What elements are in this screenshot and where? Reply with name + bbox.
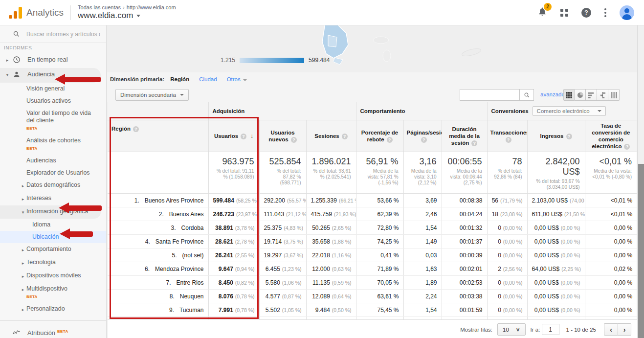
dimension-region-selected[interactable]: Región xyxy=(170,76,189,82)
column-header-usuarios-nuevos[interactable]: Usuarios nuevos xyxy=(259,120,306,152)
help-icon[interactable] xyxy=(506,137,511,143)
conversions-type-select[interactable]: Comercio electrónico xyxy=(533,106,606,116)
sidebar-item-informacion-geografica[interactable]: ▾Información geográfica xyxy=(0,205,101,219)
region-cell[interactable]: 3.Cordoba xyxy=(108,221,208,235)
view-pivot-button[interactable] xyxy=(608,89,620,101)
region-cell[interactable]: 5.(not set) xyxy=(108,248,208,262)
chevron-down-icon[interactable]: ▾ xyxy=(20,209,26,216)
column-header-region[interactable]: Región xyxy=(108,120,208,152)
breadcrumb-property[interactable]: http://www.eldia.com xyxy=(127,4,176,10)
view-comparison-button[interactable] xyxy=(597,89,608,101)
help-icon[interactable] xyxy=(133,126,139,132)
more-options-icon[interactable] xyxy=(604,8,606,17)
ingresos-cell: 0,00 US$(0,00 %) xyxy=(527,235,585,248)
table-search-button[interactable] xyxy=(519,89,534,101)
chevron-right-icon[interactable]: ▸ xyxy=(4,57,11,64)
column-header-tasa[interactable]: Tasa de conversión de comercio electróni… xyxy=(585,120,637,152)
chevron-right-icon[interactable]: ▸ xyxy=(20,247,26,254)
apps-grid-icon[interactable] xyxy=(560,9,568,17)
sidebar-item-en-tiempo-real[interactable]: ▸En tiempo real xyxy=(0,53,106,68)
rebote-cell: 71,89 % xyxy=(356,262,403,276)
data-table-icon xyxy=(566,92,572,98)
sidebar-item-intereses[interactable]: ▸Intereses xyxy=(0,192,106,205)
next-page-button[interactable]: › xyxy=(618,323,631,336)
breadcrumb-accounts[interactable]: Todas las cuentas xyxy=(78,4,121,10)
sidebar-item-audiencias[interactable]: Audiencias xyxy=(0,155,106,167)
sidebar-item-personalizado[interactable]: ▸Personalizado xyxy=(0,303,106,316)
rebote-cell: 62,39 % xyxy=(356,207,403,221)
user-avatar[interactable] xyxy=(620,5,634,20)
help-icon[interactable]: ? xyxy=(581,8,591,18)
help-icon[interactable] xyxy=(387,137,393,143)
region-cell[interactable]: 2.Buenos Aires xyxy=(108,207,208,221)
chevron-right-icon[interactable]: ▸ xyxy=(20,196,26,203)
transacciones-summary-cell: 78% del total: 92,86 % (84) xyxy=(487,152,527,194)
help-icon[interactable] xyxy=(471,140,477,146)
sort-descending-icon[interactable]: ↓ xyxy=(250,133,253,139)
sidebar-item-atribucion[interactable]: AtribuciónBETA xyxy=(0,325,106,338)
sidebar-search[interactable] xyxy=(0,25,106,43)
help-icon[interactable] xyxy=(241,134,246,139)
scrollbar-thumb[interactable] xyxy=(638,164,644,338)
sidebar-item-label: Comportamiento xyxy=(26,246,71,253)
account-selector[interactable]: www.eldia.com xyxy=(78,11,176,21)
sidebar-item-vision-general[interactable]: Visión general xyxy=(0,83,106,95)
column-header-duracion[interactable]: Duración media de la sesión xyxy=(442,120,487,152)
help-icon[interactable] xyxy=(291,137,297,143)
sidebar-item-analisis-de-cohortes[interactable]: Análisis de cohortesBETA xyxy=(0,135,106,155)
column-header-ingresos[interactable]: Ingresos xyxy=(527,120,585,152)
view-percentage-button[interactable] xyxy=(575,89,586,101)
region-cell[interactable]: 9.Tucuman xyxy=(108,303,208,317)
notifications-button[interactable]: 2 xyxy=(537,6,547,19)
sidebar-item-multidispositivo[interactable]: ▸MultidispositivoBETA xyxy=(0,283,106,303)
sidebar-item-audiencia[interactable]: ▾Audiencia xyxy=(0,68,101,83)
prev-page-button[interactable]: ‹ xyxy=(604,323,618,336)
region-cell[interactable]: 8.Neuquen xyxy=(108,290,208,303)
column-header-sesiones[interactable]: Sesiones xyxy=(306,120,356,152)
tasa-cell: 0,00 % xyxy=(585,235,637,248)
column-header-usuarios[interactable]: Usuarios↓ xyxy=(208,120,259,152)
help-icon[interactable] xyxy=(566,134,572,139)
region-cell[interactable]: 7.Entre Rios xyxy=(108,276,208,290)
dimension-city-link[interactable]: Ciudad xyxy=(199,76,217,82)
rows-per-page-select[interactable]: 10 ∨ xyxy=(497,323,526,336)
column-header-transacciones[interactable]: Transacciones xyxy=(487,120,527,152)
sidebar-item-tecnologia[interactable]: ▸Tecnología xyxy=(0,256,106,270)
advanced-filter-link[interactable]: avanzado xyxy=(540,91,565,97)
breadcrumb[interactable]: Todas las cuentas›http://www.eldia.com xyxy=(78,4,176,10)
view-data-table-button[interactable] xyxy=(563,89,575,101)
sidebar-item-explorador-de-usuarios[interactable]: Explorador de Usuarios xyxy=(0,167,106,179)
app-header: Analytics Todas las cuentas›http://www.e… xyxy=(0,0,644,25)
region-cell[interactable]: 1.Buenos Aires Province xyxy=(108,194,208,207)
analytics-logo-icon[interactable] xyxy=(9,7,22,19)
sidebar-item-valor-del-tiempo-de-vida-del-cliente[interactable]: Valor del tiempo de vida del clienteBETA xyxy=(0,107,106,135)
sidebar-item-idioma[interactable]: Idioma xyxy=(0,219,106,231)
help-icon[interactable] xyxy=(624,144,630,150)
chevron-right-icon[interactable]: ▸ xyxy=(20,306,26,314)
column-header-paginas[interactable]: Páginas/sesión xyxy=(403,120,442,152)
chevron-right-icon[interactable]: ▸ xyxy=(20,260,26,267)
help-icon[interactable] xyxy=(421,137,427,143)
region-cell[interactable]: 4.Santa Fe Province xyxy=(108,235,208,248)
dimension-other-link[interactable]: Otros xyxy=(227,76,247,82)
duracion-cell: 00:00:39 xyxy=(442,248,487,262)
usuarios-cell: 9.647(0,94 %) xyxy=(208,262,259,276)
sidebar-item-usuarios-activos[interactable]: Usuarios activos xyxy=(0,95,106,107)
region-cell[interactable]: 6.Mendoza Province xyxy=(108,262,208,276)
help-icon[interactable] xyxy=(342,134,348,139)
secondary-dimension-button[interactable]: Dimensión secundaria xyxy=(115,89,189,101)
sidebar-item-dispositivos-moviles[interactable]: ▸Dispositivos móviles xyxy=(0,270,106,283)
table-search-input[interactable] xyxy=(460,89,519,101)
chevron-right-icon[interactable]: ▸ xyxy=(20,273,26,280)
chevron-right-icon[interactable]: ▸ xyxy=(20,286,26,293)
sidebar-item-datos-demograficos[interactable]: ▸Datos demográficos xyxy=(0,179,106,192)
sidebar-item-comportamiento[interactable]: ▸Comportamiento xyxy=(0,243,106,256)
view-performance-button[interactable] xyxy=(586,89,597,101)
search-input[interactable] xyxy=(26,31,100,38)
goto-page-input[interactable] xyxy=(542,324,559,335)
account-name: www.eldia.com xyxy=(78,11,133,21)
sidebar-item-ubicacion[interactable]: Ubicación xyxy=(0,231,106,243)
chevron-right-icon[interactable]: ▸ xyxy=(20,182,26,190)
column-header-rebote[interactable]: Porcentaje de rebote xyxy=(356,120,403,152)
chevron-down-icon[interactable]: ▾ xyxy=(4,71,11,79)
